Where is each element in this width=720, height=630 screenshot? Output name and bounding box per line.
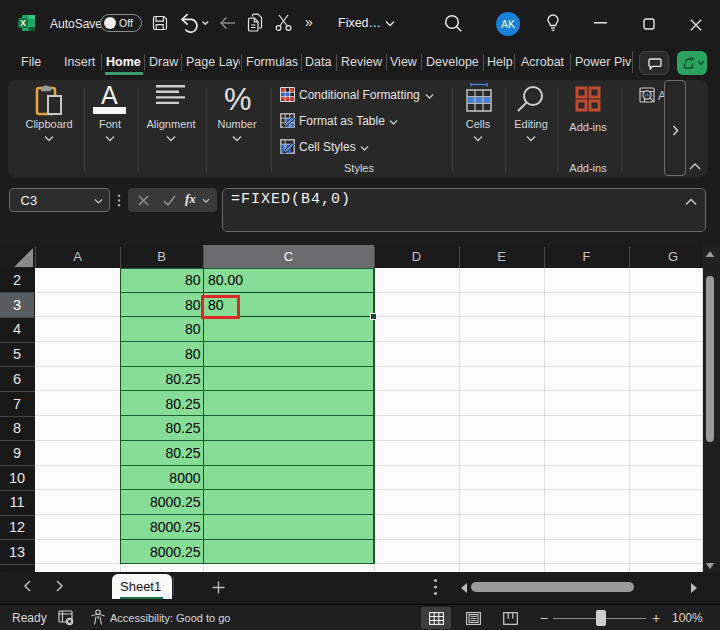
svg-text:X: X bbox=[20, 18, 26, 28]
